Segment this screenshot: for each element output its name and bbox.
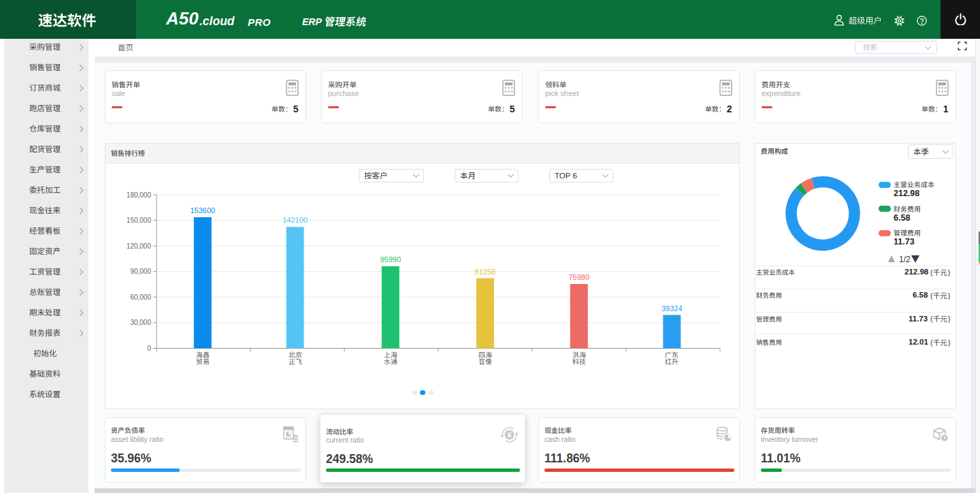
- svg-text:95990: 95990: [380, 255, 402, 264]
- svg-text:0: 0: [147, 345, 151, 352]
- svg-text:90,000: 90,000: [130, 268, 151, 275]
- svg-text:153600: 153600: [190, 206, 215, 214]
- svg-text:150,000: 150,000: [127, 217, 152, 224]
- svg-text:39324: 39324: [662, 304, 683, 313]
- svg-text:81258: 81258: [475, 268, 496, 276]
- svg-text:30,000: 30,000: [130, 319, 151, 326]
- svg-text:142100: 142100: [282, 216, 308, 224]
- svg-text:120,000: 120,000: [127, 242, 152, 250]
- svg-text:60,000: 60,000: [130, 293, 151, 301]
- svg-text:180,000: 180,000: [127, 191, 152, 199]
- svg-text:75980: 75980: [569, 273, 590, 281]
